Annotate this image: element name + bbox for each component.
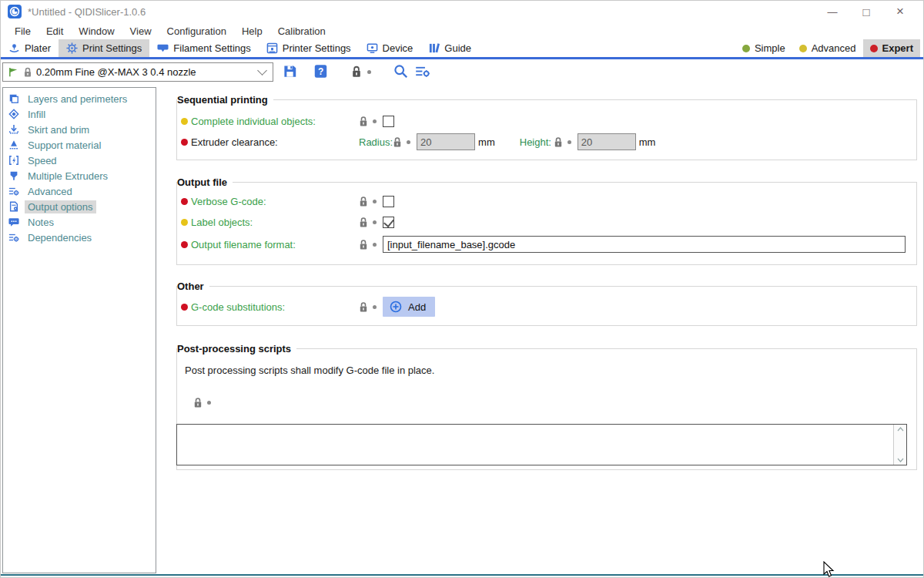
tab-print-settings[interactable]: Print Settings — [59, 39, 149, 57]
option-row-complete-individual-objects: Complete individual objects: — [181, 113, 912, 129]
simple-mode-dot-icon — [742, 45, 750, 52]
mode-advanced[interactable]: Advanced — [792, 39, 863, 57]
complete-individual-objects-checkbox[interactable] — [383, 116, 394, 127]
revert-dot-icon[interactable] — [207, 401, 211, 405]
settings-compare-button[interactable] — [415, 64, 430, 79]
section-title: Post-processing scripts — [177, 342, 296, 355]
textarea-scrollbar[interactable] — [893, 425, 906, 465]
mode-switcher: Simple Advanced Expert — [735, 39, 920, 57]
sidebar-item-multiple-extruders[interactable]: Multiple Extruders — [3, 168, 156, 183]
lock-icon — [23, 67, 32, 78]
file-gear-icon — [8, 201, 19, 212]
help-button[interactable]: ? — [313, 64, 328, 79]
printer-icon — [266, 42, 278, 54]
lock-icon[interactable] — [359, 116, 368, 127]
revert-dot-icon[interactable] — [373, 119, 377, 123]
post-processing-scripts-textarea[interactable] — [176, 424, 907, 465]
chevron-down-icon — [257, 66, 267, 76]
revert-dot-icon[interactable] — [373, 243, 377, 247]
menu-bar: File Edit Window View Configuration Help… — [1, 22, 923, 39]
sidebar-item-infill[interactable]: Infill — [3, 106, 156, 122]
infill-icon — [8, 109, 19, 119]
option-row-gcode-substitutions: G-code substitutions: Add — [181, 297, 912, 317]
sidebar-item-notes[interactable]: Notes — [3, 214, 156, 230]
verbose-gcode-checkbox[interactable] — [383, 196, 394, 207]
sidebar-item-layers-and-perimeters[interactable]: Layers and perimeters — [3, 91, 156, 106]
add-substitution-button[interactable]: Add — [383, 297, 435, 317]
section-title: Sequential printing — [177, 93, 273, 106]
sidebar-item-output-options[interactable]: Output options — [3, 199, 156, 214]
revert-dot-icon[interactable] — [373, 305, 377, 309]
post-processing-lock-row — [193, 397, 217, 408]
menu-calibration[interactable]: Calibration — [270, 24, 333, 39]
extruder-icon — [8, 170, 19, 181]
sidebar-item-support-material[interactable]: Support material — [3, 137, 156, 153]
menu-help[interactable]: Help — [234, 24, 270, 39]
modified-bullet-icon — [181, 304, 188, 311]
clearance-radius-input — [417, 133, 475, 150]
revert-dot-icon[interactable] — [373, 200, 377, 203]
section-other: Other G-code substitutions: Add — [176, 286, 917, 326]
tab-guide[interactable]: Guide — [420, 39, 479, 57]
sidebar-item-advanced[interactable]: Advanced — [3, 183, 156, 199]
window-title: *Untitled - QIDISlicer-1.0.6 — [28, 6, 146, 18]
minimize-button[interactable]: — — [815, 1, 849, 22]
modified-bullet-icon — [181, 219, 188, 226]
svg-text:?: ? — [318, 66, 323, 77]
revert-dot-icon[interactable] — [367, 70, 371, 74]
speed-icon — [8, 155, 19, 166]
lock-toggle-button[interactable] — [351, 66, 362, 78]
sidebar-item-skirt-and-brim[interactable]: Skirt and brim — [3, 122, 156, 137]
menu-file[interactable]: File — [7, 24, 38, 39]
lock-icon[interactable] — [393, 136, 402, 148]
option-row-output-filename-format: Output filename format: — [181, 235, 912, 254]
flag-icon — [8, 66, 19, 78]
section-post-processing-scripts: Post-processing scripts Post processing … — [176, 348, 917, 470]
menu-configuration[interactable]: Configuration — [159, 24, 234, 39]
search-button[interactable] — [393, 64, 408, 79]
maximize-button[interactable]: □ — [849, 1, 883, 22]
lock-icon[interactable] — [359, 196, 368, 207]
layers-icon — [8, 93, 19, 104]
preset-dropdown[interactable]: 0.20mm Fine @X-MAX 3 0.4 nozzle — [2, 62, 273, 82]
menu-window[interactable]: Window — [71, 24, 122, 39]
modified-bullet-icon — [181, 118, 188, 125]
lock-icon[interactable] — [193, 397, 203, 408]
section-output-file: Output file Verbose G-code: Label object… — [176, 182, 917, 265]
lock-icon[interactable] — [359, 239, 368, 250]
device-monitor-icon — [367, 42, 378, 54]
advanced-mode-dot-icon — [799, 45, 807, 52]
mode-simple[interactable]: Simple — [735, 39, 792, 57]
bottom-accent-line — [1, 574, 923, 576]
save-preset-button[interactable] — [283, 64, 297, 79]
gear-icon — [66, 42, 78, 54]
close-button[interactable]: × — [883, 1, 917, 22]
sidebar-item-speed[interactable]: Speed — [3, 153, 156, 168]
revert-dot-icon[interactable] — [567, 140, 571, 144]
lock-icon[interactable] — [359, 217, 368, 228]
revert-dot-icon[interactable] — [373, 220, 377, 224]
tab-device[interactable]: Device — [359, 39, 421, 57]
tab-underline — [1, 57, 923, 59]
tab-plater[interactable]: Plater — [1, 39, 59, 57]
modified-bullet-icon — [181, 198, 188, 205]
sidebar-item-dependencies[interactable]: Dependencies — [3, 230, 156, 245]
tab-filament-settings[interactable]: Filament Settings — [149, 39, 258, 57]
section-sequential-printing: Sequential printing Complete individual … — [176, 99, 917, 160]
list-gear-icon — [8, 232, 19, 243]
mode-expert[interactable]: Expert — [863, 39, 920, 57]
scroll-up-icon[interactable] — [897, 427, 904, 432]
mouse-cursor — [823, 561, 835, 578]
lock-icon[interactable] — [554, 136, 563, 148]
menu-edit[interactable]: Edit — [38, 24, 71, 39]
revert-dot-icon[interactable] — [407, 140, 410, 144]
modified-bullet-icon — [181, 139, 188, 146]
lock-icon[interactable] — [359, 301, 368, 313]
label-objects-checkbox[interactable] — [383, 217, 394, 228]
output-filename-format-input[interactable] — [383, 236, 906, 253]
option-row-extruder-clearance: Extruder clearance: Radius: mm Height: m… — [181, 134, 912, 150]
menu-view[interactable]: View — [122, 24, 159, 39]
tab-printer-settings[interactable]: Printer Settings — [259, 39, 359, 57]
scroll-down-icon[interactable] — [897, 458, 904, 462]
filament-icon — [157, 42, 169, 54]
